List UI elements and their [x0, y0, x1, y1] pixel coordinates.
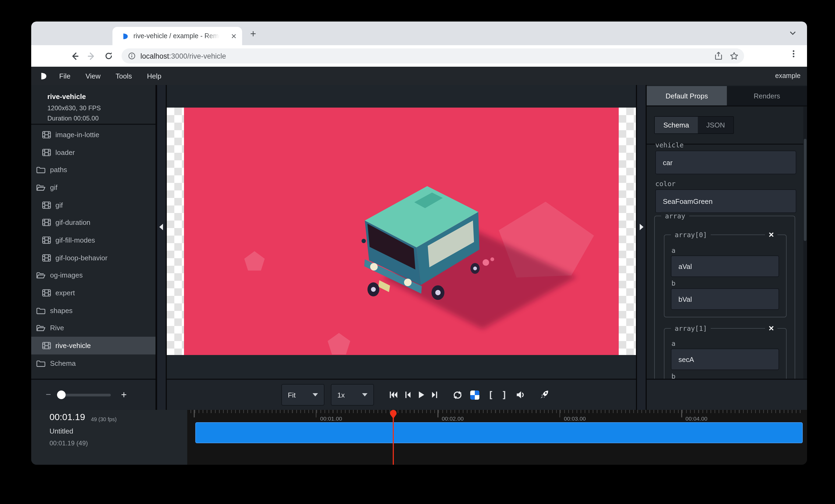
site-info-icon[interactable] — [128, 52, 136, 60]
stage-checkerboard — [167, 108, 636, 355]
remove-array0-icon[interactable]: ✕ — [765, 231, 777, 239]
current-frame: 49 (30 fps) — [91, 416, 117, 422]
ruler-label: 00:01.00 — [320, 415, 342, 422]
menu-help[interactable]: Help — [147, 72, 162, 80]
tab-renders[interactable]: Renders — [727, 86, 807, 105]
browser-toolbar: localhost:3000/rive-vehicle — [31, 45, 807, 67]
transparency-toggle[interactable] — [470, 390, 480, 399]
skip-to-start-button[interactable] — [389, 391, 398, 399]
array0-a-input[interactable]: aVal — [671, 255, 779, 277]
sidebar-item-loader[interactable]: loader — [31, 143, 156, 161]
field-label-b: b — [671, 279, 675, 287]
sidebar-item-expert[interactable]: expert — [31, 284, 156, 301]
speed-dropdown[interactable]: 1x — [331, 384, 374, 405]
remove-array1-icon[interactable]: ✕ — [765, 324, 777, 332]
array0-b-input[interactable]: bVal — [671, 288, 779, 310]
toggle-json[interactable]: JSON — [697, 117, 733, 133]
zoom-in-button[interactable]: + — [121, 389, 127, 400]
sidebar-item-shapes[interactable]: shapes — [31, 302, 156, 319]
zoom-slider[interactable] — [57, 394, 111, 396]
film-icon — [42, 341, 51, 350]
playhead-handle[interactable] — [389, 410, 397, 419]
tab-close-icon[interactable]: ✕ — [231, 33, 237, 40]
share-icon[interactable] — [714, 51, 722, 60]
track-time: 00:01.19 (49) — [49, 439, 88, 447]
forward-icon[interactable] — [85, 49, 98, 62]
app-menubar: File View Tools Help example — [31, 67, 807, 85]
vehicle-input[interactable]: car — [655, 151, 796, 174]
set-in-point-button[interactable]: [ — [488, 390, 494, 400]
folder-icon — [36, 359, 46, 368]
fit-dropdown[interactable]: Fit — [281, 384, 324, 405]
main-area: rive-vehicle 1200x630, 30 FPS Duration 0… — [31, 85, 807, 410]
sidebar-item-og-images[interactable]: og-images — [31, 267, 156, 284]
sidebar-item-gif-loop-behavior[interactable]: gif-loop-behavior — [31, 249, 156, 267]
loop-toggle[interactable] — [452, 390, 463, 399]
volume-button[interactable] — [516, 391, 525, 399]
menu-file[interactable]: File — [59, 72, 70, 80]
browser-menu-icon[interactable] — [790, 49, 797, 58]
set-out-point-button[interactable]: ] — [502, 390, 507, 400]
timeline-info-panel: 00:01.19 49 (30 fps) Untitled 00:01.19 (… — [31, 410, 187, 465]
folder-icon — [36, 166, 46, 174]
previous-frame-button[interactable] — [405, 391, 411, 399]
ruler-label: 00:04.00 — [686, 415, 708, 422]
folder-open-icon — [36, 324, 46, 332]
sidebar-item-gif-fill-modes[interactable]: gif-fill-modes — [31, 231, 156, 249]
field-label-a: a — [671, 339, 675, 348]
panel-collapse-handle[interactable] — [637, 85, 646, 410]
collapse-right-icon[interactable] — [640, 224, 644, 230]
back-icon[interactable] — [68, 49, 81, 62]
rocket-button[interactable] — [539, 390, 549, 400]
sidebar-item-schema[interactable]: Schema — [31, 355, 156, 372]
timeline-ruler[interactable] — [190, 410, 804, 413]
current-time: 00:01.19 — [49, 412, 85, 423]
new-tab-button[interactable]: + — [250, 28, 256, 40]
zoom-out-button[interactable]: − — [46, 390, 51, 400]
collapse-left-icon[interactable] — [159, 224, 163, 230]
sidebar-item-rive-vehicle[interactable]: rive-vehicle — [31, 337, 156, 355]
tab-default-props[interactable]: Default Props — [647, 86, 727, 105]
reload-icon[interactable] — [102, 49, 115, 62]
browser-tab[interactable]: rive-vehicle / example - Remot ✕ — [113, 27, 242, 45]
next-frame-button[interactable] — [431, 391, 438, 399]
file-tree: image-in-lottie loader paths gif gif gif… — [31, 126, 156, 372]
sidebar-item-rive-folder[interactable]: Rive — [31, 319, 156, 337]
animation-stage[interactable] — [184, 108, 619, 355]
menu-view[interactable]: View — [85, 72, 101, 80]
panel-scrollbar[interactable] — [803, 106, 807, 410]
menu-tools[interactable]: Tools — [116, 72, 132, 80]
ruler-label: 00:02.00 — [442, 415, 464, 422]
url-input[interactable]: localhost:3000/rive-vehicle — [122, 48, 744, 63]
desktop: rive-vehicle / example - Remot ✕ + local… — [0, 0, 835, 504]
panel-scrollbar-thumb[interactable] — [804, 139, 807, 241]
timeline-track-bar[interactable] — [195, 422, 803, 443]
timeline: 00:01.19 49 (30 fps) Untitled 00:01.19 (… — [31, 410, 807, 465]
play-button[interactable] — [418, 391, 425, 399]
panel-footer — [647, 379, 807, 410]
toggle-schema[interactable]: Schema — [655, 117, 697, 133]
project-duration: Duration 00:05.00 — [47, 114, 156, 122]
ruler-label: 00:03.00 — [564, 415, 586, 422]
sidebar-item-gif-duration[interactable]: gif-duration — [31, 214, 156, 231]
zoom-controls: − + — [31, 379, 156, 410]
sidebar-collapse-handle[interactable] — [157, 85, 166, 410]
color-input[interactable]: SeaFoamGreen — [655, 189, 796, 213]
bookmark-star-icon[interactable] — [730, 51, 739, 61]
sidebar-item-paths[interactable]: paths — [31, 161, 156, 178]
zoom-slider-thumb[interactable] — [57, 391, 66, 399]
tab-title: rive-vehicle / example - Remot — [134, 32, 220, 40]
folder-open-icon — [36, 184, 46, 191]
sidebar-item-gif[interactable]: gif — [31, 196, 156, 214]
array1-a-input[interactable]: secA — [671, 349, 779, 370]
track-name: Untitled — [49, 427, 73, 435]
chevron-down-icon[interactable] — [789, 29, 796, 37]
film-icon — [42, 148, 51, 156]
workspace-label: example — [775, 72, 801, 80]
folder-icon — [36, 306, 46, 314]
sidebar-item-gif-folder[interactable]: gif — [31, 178, 156, 196]
sidebar-item-image-in-lottie[interactable]: image-in-lottie — [31, 126, 156, 143]
film-icon — [42, 201, 51, 209]
project-meta: 1200x630, 30 FPS — [47, 104, 156, 112]
ruler-tick — [681, 410, 682, 417]
